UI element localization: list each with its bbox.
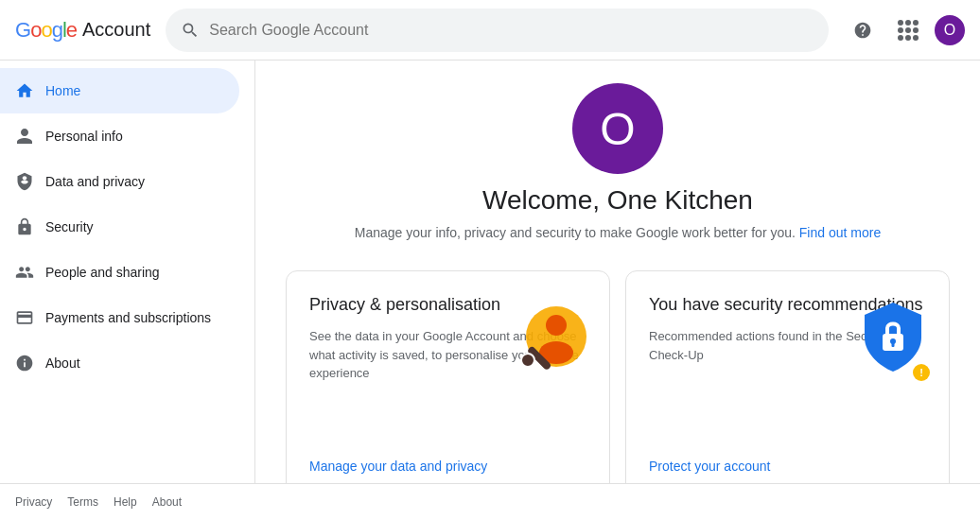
sidebar-item-security[interactable]: Security: [0, 204, 239, 250]
footer-link-about[interactable]: About: [152, 495, 182, 509]
sidebar-item-payments[interactable]: Payments and subscriptions: [0, 295, 239, 340]
footer-link-privacy[interactable]: Privacy: [15, 495, 52, 509]
security-card: You have security recommendations Recomm…: [625, 270, 950, 483]
google-logo: Google: [15, 18, 77, 43]
cards-container: Privacy & personalisation See the data i…: [286, 270, 950, 483]
privacy-card: Privacy & personalisation See the data i…: [286, 270, 610, 483]
welcome-heading: Welcome, One Kitchen: [482, 185, 753, 216]
header: Google Account O: [0, 0, 980, 61]
info-icon: [15, 354, 34, 373]
avatar-initial: O: [944, 22, 955, 39]
user-avatar-button[interactable]: O: [935, 15, 965, 45]
header-title: Account: [82, 19, 150, 41]
footer-link-help[interactable]: Help: [114, 495, 137, 509]
privacy-illustration: [509, 294, 594, 383]
person-icon: [15, 127, 34, 146]
main-content: O Welcome, One Kitchen Manage your info,…: [255, 61, 980, 483]
footer-link-terms[interactable]: Terms: [67, 495, 98, 509]
privacy-card-link[interactable]: Manage your data and privacy: [309, 459, 586, 474]
shield-wrap: !: [860, 298, 926, 377]
credit-card-icon: [15, 308, 34, 327]
profile-section: O Welcome, One Kitchen Manage your info,…: [355, 83, 881, 240]
shield-check-icon: [15, 172, 34, 191]
help-icon: [853, 21, 872, 40]
sidebar-label-home: Home: [45, 83, 80, 98]
search-icon: [181, 21, 200, 40]
svg-point-4: [521, 354, 534, 367]
search-input[interactable]: [209, 22, 814, 39]
sidebar-label-payments: Payments and subscriptions: [45, 310, 211, 325]
sidebar-item-data-privacy[interactable]: Data and privacy: [0, 159, 239, 204]
logo: Google Account: [15, 18, 150, 43]
warning-badge: !: [913, 364, 930, 381]
sidebar-item-people-sharing[interactable]: People and sharing: [0, 250, 239, 295]
sidebar-label-about: About: [45, 355, 80, 371]
sidebar-item-personal-info[interactable]: Personal info: [0, 113, 239, 159]
sidebar-item-about[interactable]: About: [0, 340, 239, 386]
subtitle-text: Manage your info, privacy and security t…: [355, 225, 881, 240]
search-bar: [166, 9, 829, 52]
help-button[interactable]: [844, 11, 882, 49]
sidebar-item-home[interactable]: Home: [0, 68, 239, 113]
apps-button[interactable]: [889, 11, 927, 49]
sidebar-label-people-sharing: People and sharing: [45, 265, 160, 280]
find-out-more-link[interactable]: Find out more: [799, 225, 881, 240]
lock-icon: [15, 217, 34, 236]
security-card-link[interactable]: Protect your account: [649, 459, 926, 474]
sidebar-label-data-privacy: Data and privacy: [45, 174, 145, 189]
sidebar-label-security: Security: [45, 219, 94, 234]
header-actions: O: [844, 11, 965, 49]
security-illustration: !: [860, 298, 926, 377]
home-icon: [15, 81, 34, 100]
people-icon: [15, 263, 34, 282]
sidebar: Home Personal info Data and privacy Secu…: [0, 61, 255, 483]
main-layout: Home Personal info Data and privacy Secu…: [0, 61, 980, 483]
svg-rect-7: [892, 342, 895, 347]
profile-initial: O: [600, 103, 635, 155]
svg-point-1: [546, 315, 567, 336]
grid-icon: [898, 20, 919, 41]
sidebar-label-personal-info: Personal info: [45, 129, 123, 144]
shield-icon-svg: [860, 298, 926, 373]
footer: Privacy Terms Help About: [0, 483, 980, 520]
profile-avatar: O: [572, 83, 663, 174]
